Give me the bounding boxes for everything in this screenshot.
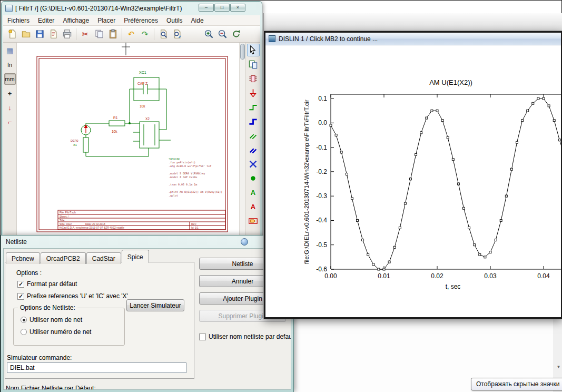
paste-button[interactable] [106, 27, 120, 41]
place-power-port-button[interactable] [247, 86, 260, 99]
svg-text:.qplot: .qplot [169, 194, 178, 198]
units-inches-button[interactable]: In [4, 59, 16, 71]
place-global-label-button[interactable]: A [247, 200, 260, 213]
dialog-round-button[interactable] [241, 238, 248, 246]
titleblock-size: Size: User [60, 222, 72, 226]
window-title: [ FiltrT /] (G:\DIELr-v0.601-20130714-Wi… [15, 5, 182, 12]
svg-text:0.02: 0.02 [431, 272, 443, 280]
zoom-redraw-button[interactable] [229, 27, 243, 41]
close-button[interactable]: × [230, 4, 245, 12]
place-bus-to-bus-entry-button[interactable] [247, 143, 260, 156]
run-simulator-button[interactable]: Lancer Simulateur [126, 299, 184, 311]
checkbox-prefix-references[interactable]: Prefixe references 'U' et 'IC' avec 'X' [17, 292, 128, 300]
menu-préférences[interactable]: Préférences [120, 15, 162, 25]
tab-spice[interactable]: Spice [122, 250, 149, 263]
eeschema-titlebar[interactable]: [ FiltrT /] (G:\DIELr-v0.601-20130714-Wi… [2, 2, 262, 15]
netlist-dialog-title: Netliste [6, 238, 27, 246]
place-bus-button[interactable] [247, 115, 260, 128]
svg-text:0.00: 0.00 [324, 272, 337, 280]
svg-text:0.03: 0.03 [484, 272, 497, 280]
grid-toggle-button[interactable]: ▦ [4, 45, 16, 56]
save-schematic-button[interactable] [33, 27, 46, 41]
checkbox-default-format[interactable]: Format par défaut [17, 280, 77, 288]
spice-directives: +gnucap.fun y=A*sin(w*t).arg A=10.0 w='2… [169, 157, 222, 198]
svg-text:0.04: 0.04 [537, 272, 550, 280]
menu-editer[interactable]: Editer [34, 15, 58, 25]
place-component-button[interactable] [247, 72, 260, 85]
new-schematic-button[interactable] [5, 27, 19, 41]
vscrollbar-thumb[interactable] [240, 44, 245, 60]
svg-text:t, sec: t, sec [446, 283, 461, 290]
default-netlist-filename-label: Nom Fichier Netliste par Défaut: [6, 385, 96, 390]
tab-orcadpcb2[interactable]: OrcadPCB2 [41, 252, 86, 264]
hv-orientation-button[interactable]: ⌐ [4, 116, 16, 128]
open-recent-button[interactable] [19, 27, 33, 41]
scrollbar-arrow-icon[interactable]: ▼ [555, 363, 562, 371]
label-der0: DER0 [71, 139, 78, 142]
maximize-button[interactable]: □ [214, 4, 230, 12]
menu-fichiers[interactable]: Fichiers [3, 15, 34, 25]
dislin-titlebar[interactable]: DISLIN 1 / Click MB2 to continue ... [265, 33, 561, 45]
copy-button[interactable] [92, 27, 106, 41]
place-no-connect-button[interactable] [247, 158, 260, 170]
tab-cadstar[interactable]: CadStar [86, 252, 121, 264]
dislin-plot: 0.000.010.020.030.040.10.0-0.1-0.2-0.3-0… [265, 45, 561, 317]
print-button[interactable] [60, 27, 74, 41]
titleblock-rev: Rev: [191, 222, 196, 226]
dislin-window: DISLIN 1 / Click MB2 to continue ... 0.0… [264, 31, 562, 319]
units-mm-button[interactable]: mm [4, 73, 16, 85]
label-cap-value: 10k [140, 104, 145, 108]
titleblock-tool: KiCad E.D.A. eeschema (2013-07-07 BZR 40… [60, 226, 124, 229]
show-hidden-pins-button[interactable]: ↓ [4, 102, 16, 113]
zoom-out-button[interactable] [215, 27, 229, 41]
zoom-in-button[interactable] [202, 27, 215, 41]
svg-text:-0.1: -0.1 [316, 144, 327, 151]
simulator-command-label: Simulateur commande: [7, 354, 72, 361]
junction-dot [129, 122, 131, 124]
select-tool-button[interactable] [247, 44, 260, 56]
checkbox-prefix-references-label: Prefixe references 'U' et 'IC' avec 'X' [27, 292, 128, 300]
place-junction-button[interactable] [247, 172, 260, 184]
menu-affichage[interactable]: Affichage [58, 15, 93, 25]
label-r1: R1 [113, 116, 118, 120]
radio-use-net-names-label: Utiliser nom de net [29, 316, 82, 324]
svg-text:-0.2: -0.2 [316, 168, 327, 175]
label-xc1: XC1 [139, 71, 146, 74]
cut-button[interactable]: ✂ [78, 27, 92, 41]
find-replace-button[interactable] [170, 27, 184, 41]
svg-text:0.1: 0.1 [318, 95, 327, 102]
hierarchy-navigation-button[interactable] [247, 58, 260, 71]
find-button[interactable] [156, 27, 170, 41]
svg-text:-0.4: -0.4 [316, 217, 327, 224]
menu-placer[interactable]: Placer [93, 15, 120, 25]
tab-pcbnew[interactable]: Pcbnew [6, 252, 40, 264]
place-hierarchical-label-button[interactable] [247, 214, 260, 227]
place-wire-to-bus-entry-button[interactable] [247, 129, 260, 142]
minimize-button[interactable]: – [199, 4, 214, 12]
desktop: ▼ [ FiltrT /] (G:\DIELr-v0.601-20130714-… [0, 0, 562, 392]
cursor-shape-button[interactable]: + [4, 87, 16, 99]
svg-text:.model Z CAP C=10u: .model Z CAP C=10u [169, 175, 197, 179]
radio-use-net-names[interactable]: Utiliser nom de net [21, 316, 82, 324]
menu-outils[interactable]: Outils [162, 15, 187, 25]
redo-button[interactable]: ↷ [138, 27, 152, 41]
netlist-options-label: Options de Netliste: [18, 304, 77, 311]
page-settings-button[interactable] [46, 27, 60, 41]
undo-button[interactable]: ↶ [124, 27, 138, 41]
app-icon [5, 5, 13, 12]
simulator-command-input[interactable] [7, 362, 186, 373]
svg-text:+gnucap: +gnucap [169, 157, 180, 161]
svg-text:.model S DER0 V(RVNY)=y: .model S DER0 V(RVNY)=y [169, 172, 205, 175]
menu-aide[interactable]: Aide [187, 15, 208, 25]
place-wire-button[interactable] [247, 101, 260, 113]
titleblock-file: File: FiltrT.sch [60, 211, 76, 214]
titleblock-title: Title: [60, 219, 65, 222]
svg-text:-0.5: -0.5 [316, 241, 327, 249]
tray-tooltip: Отображать скрытые значки [471, 378, 562, 390]
place-net-label-button[interactable]: A [247, 186, 260, 199]
netlist-dialog-body: PcbnewOrcadPCB2CadStarSpice Options : Fo… [3, 248, 291, 390]
radio-use-net-numbers[interactable]: Utiliser numéro de net [21, 328, 91, 336]
checkbox-default-netlist-name[interactable]: Utiliser nom netliste par defaut [199, 333, 291, 340]
netlist-options-group: Options de Netliste: [13, 308, 125, 346]
toolbar-separator [154, 28, 154, 40]
